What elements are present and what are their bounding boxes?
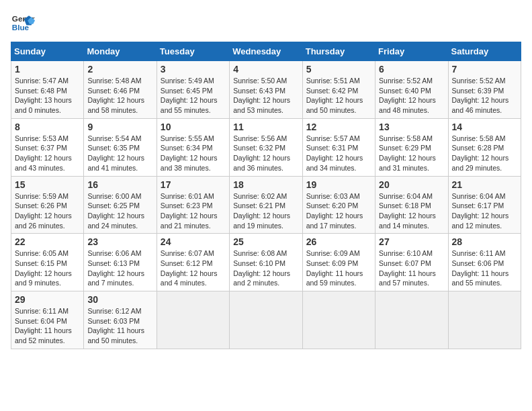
calendar-cell: 12Sunrise: 5:57 AM Sunset: 6:31 PM Dayli… [302, 118, 375, 176]
day-info: Sunrise: 5:52 AM Sunset: 6:40 PM Dayligh… [379, 76, 444, 116]
day-info: Sunrise: 5:53 AM Sunset: 6:37 PM Dayligh… [15, 134, 80, 173]
calendar-cell: 10Sunrise: 5:55 AM Sunset: 6:34 PM Dayli… [157, 118, 229, 176]
day-number: 25 [233, 236, 298, 247]
logo-icon: General Blue [11, 11, 35, 35]
calendar-week-1: 1Sunrise: 5:47 AM Sunset: 6:48 PM Daylig… [11, 61, 521, 119]
column-header-thursday: Thursday [302, 42, 375, 61]
day-number: 7 [452, 64, 517, 75]
calendar-cell [375, 291, 448, 349]
calendar-cell: 1Sunrise: 5:47 AM Sunset: 6:48 PM Daylig… [11, 61, 84, 119]
day-number: 4 [233, 64, 298, 75]
logo: General Blue [11, 11, 35, 35]
calendar-cell: 25Sunrise: 6:08 AM Sunset: 6:10 PM Dayli… [230, 234, 302, 291]
day-info: Sunrise: 5:54 AM Sunset: 6:35 PM Dayligh… [87, 134, 152, 173]
calendar-cell: 16Sunrise: 6:00 AM Sunset: 6:25 PM Dayli… [84, 176, 157, 234]
calendar-week-4: 22Sunrise: 6:05 AM Sunset: 6:15 PM Dayli… [11, 234, 521, 291]
day-info: Sunrise: 6:10 AM Sunset: 6:07 PM Dayligh… [379, 248, 444, 288]
day-number: 19 [306, 179, 371, 190]
calendar-cell: 5Sunrise: 5:51 AM Sunset: 6:42 PM Daylig… [302, 61, 375, 119]
day-number: 27 [379, 236, 444, 247]
calendar-week-3: 15Sunrise: 5:59 AM Sunset: 6:26 PM Dayli… [11, 176, 521, 234]
calendar-cell: 19Sunrise: 6:03 AM Sunset: 6:20 PM Dayli… [302, 176, 375, 234]
calendar-cell: 27Sunrise: 6:10 AM Sunset: 6:07 PM Dayli… [375, 234, 448, 291]
calendar-cell: 15Sunrise: 5:59 AM Sunset: 6:26 PM Dayli… [11, 176, 84, 234]
day-number: 12 [306, 122, 371, 132]
calendar-cell: 24Sunrise: 6:07 AM Sunset: 6:12 PM Dayli… [157, 234, 229, 291]
day-number: 1 [15, 64, 80, 75]
calendar-week-2: 8Sunrise: 5:53 AM Sunset: 6:37 PM Daylig… [11, 118, 521, 176]
day-number: 14 [452, 122, 517, 132]
calendar-cell [302, 291, 375, 349]
day-number: 20 [379, 179, 444, 190]
day-info: Sunrise: 5:58 AM Sunset: 6:28 PM Dayligh… [452, 134, 517, 173]
day-info: Sunrise: 6:05 AM Sunset: 6:15 PM Dayligh… [15, 248, 80, 288]
column-headers: SundayMondayTuesdayWednesdayThursdayFrid… [11, 42, 521, 61]
day-info: Sunrise: 6:08 AM Sunset: 6:10 PM Dayligh… [233, 248, 298, 288]
day-info: Sunrise: 6:04 AM Sunset: 6:17 PM Dayligh… [452, 191, 517, 231]
day-number: 9 [87, 122, 152, 132]
day-number: 18 [233, 179, 298, 190]
day-number: 17 [161, 179, 226, 190]
calendar-week-5: 29Sunrise: 6:11 AM Sunset: 6:04 PM Dayli… [11, 291, 521, 349]
day-number: 3 [161, 64, 226, 75]
day-info: Sunrise: 6:06 AM Sunset: 6:13 PM Dayligh… [87, 248, 152, 288]
calendar-cell: 14Sunrise: 5:58 AM Sunset: 6:28 PM Dayli… [448, 118, 521, 176]
calendar-cell: 4Sunrise: 5:50 AM Sunset: 6:43 PM Daylig… [230, 61, 302, 119]
day-info: Sunrise: 5:50 AM Sunset: 6:43 PM Dayligh… [233, 76, 298, 116]
day-info: Sunrise: 6:01 AM Sunset: 6:23 PM Dayligh… [161, 191, 226, 231]
day-number: 26 [306, 236, 371, 247]
day-info: Sunrise: 5:58 AM Sunset: 6:29 PM Dayligh… [379, 134, 444, 173]
column-header-saturday: Saturday [448, 42, 521, 61]
day-info: Sunrise: 5:55 AM Sunset: 6:34 PM Dayligh… [161, 134, 226, 173]
day-info: Sunrise: 6:03 AM Sunset: 6:20 PM Dayligh… [306, 191, 371, 231]
day-number: 30 [87, 294, 152, 305]
calendar-cell: 22Sunrise: 6:05 AM Sunset: 6:15 PM Dayli… [11, 234, 84, 291]
day-number: 2 [87, 64, 152, 75]
calendar-cell: 18Sunrise: 6:02 AM Sunset: 6:21 PM Dayli… [230, 176, 302, 234]
day-number: 23 [87, 236, 152, 247]
day-number: 22 [15, 236, 80, 247]
calendar-cell: 6Sunrise: 5:52 AM Sunset: 6:40 PM Daylig… [375, 61, 448, 119]
page-header: General Blue [11, 11, 521, 35]
day-number: 6 [379, 64, 444, 75]
day-info: Sunrise: 6:09 AM Sunset: 6:09 PM Dayligh… [306, 248, 371, 288]
day-info: Sunrise: 5:49 AM Sunset: 6:45 PM Dayligh… [161, 76, 226, 116]
day-number: 11 [233, 122, 298, 132]
calendar-cell: 11Sunrise: 5:56 AM Sunset: 6:32 PM Dayli… [230, 118, 302, 176]
day-info: Sunrise: 6:07 AM Sunset: 6:12 PM Dayligh… [161, 248, 226, 288]
calendar-cell: 17Sunrise: 6:01 AM Sunset: 6:23 PM Dayli… [157, 176, 229, 234]
calendar-cell: 20Sunrise: 6:04 AM Sunset: 6:18 PM Dayli… [375, 176, 448, 234]
calendar-cell: 21Sunrise: 6:04 AM Sunset: 6:17 PM Dayli… [448, 176, 521, 234]
column-header-sunday: Sunday [11, 42, 84, 61]
calendar-cell: 3Sunrise: 5:49 AM Sunset: 6:45 PM Daylig… [157, 61, 229, 119]
day-info: Sunrise: 6:04 AM Sunset: 6:18 PM Dayligh… [379, 191, 444, 231]
calendar-cell: 29Sunrise: 6:11 AM Sunset: 6:04 PM Dayli… [11, 291, 84, 349]
calendar-cell: 8Sunrise: 5:53 AM Sunset: 6:37 PM Daylig… [11, 118, 84, 176]
day-info: Sunrise: 5:56 AM Sunset: 6:32 PM Dayligh… [233, 134, 298, 173]
calendar-cell: 7Sunrise: 5:52 AM Sunset: 6:39 PM Daylig… [448, 61, 521, 119]
calendar-cell: 26Sunrise: 6:09 AM Sunset: 6:09 PM Dayli… [302, 234, 375, 291]
day-info: Sunrise: 5:48 AM Sunset: 6:46 PM Dayligh… [87, 76, 152, 116]
calendar-cell [448, 291, 521, 349]
day-number: 21 [452, 179, 517, 190]
calendar-table: SundayMondayTuesdayWednesdayThursdayFrid… [11, 42, 521, 349]
calendar-cell: 9Sunrise: 5:54 AM Sunset: 6:35 PM Daylig… [84, 118, 157, 176]
day-info: Sunrise: 6:00 AM Sunset: 6:25 PM Dayligh… [87, 191, 152, 231]
day-info: Sunrise: 6:12 AM Sunset: 6:03 PM Dayligh… [87, 306, 152, 346]
day-number: 5 [306, 64, 371, 75]
calendar-cell [230, 291, 302, 349]
day-number: 13 [379, 122, 444, 132]
day-info: Sunrise: 5:59 AM Sunset: 6:26 PM Dayligh… [15, 191, 80, 231]
day-number: 16 [87, 179, 152, 190]
day-info: Sunrise: 6:11 AM Sunset: 6:04 PM Dayligh… [15, 306, 80, 346]
calendar-cell [157, 291, 229, 349]
day-number: 29 [15, 294, 80, 305]
day-number: 28 [452, 236, 517, 247]
calendar-cell: 2Sunrise: 5:48 AM Sunset: 6:46 PM Daylig… [84, 61, 157, 119]
day-info: Sunrise: 5:52 AM Sunset: 6:39 PM Dayligh… [452, 76, 517, 116]
column-header-monday: Monday [84, 42, 157, 61]
day-info: Sunrise: 5:57 AM Sunset: 6:31 PM Dayligh… [306, 134, 371, 173]
column-header-wednesday: Wednesday [230, 42, 302, 61]
day-number: 15 [15, 179, 80, 190]
calendar-cell: 13Sunrise: 5:58 AM Sunset: 6:29 PM Dayli… [375, 118, 448, 176]
